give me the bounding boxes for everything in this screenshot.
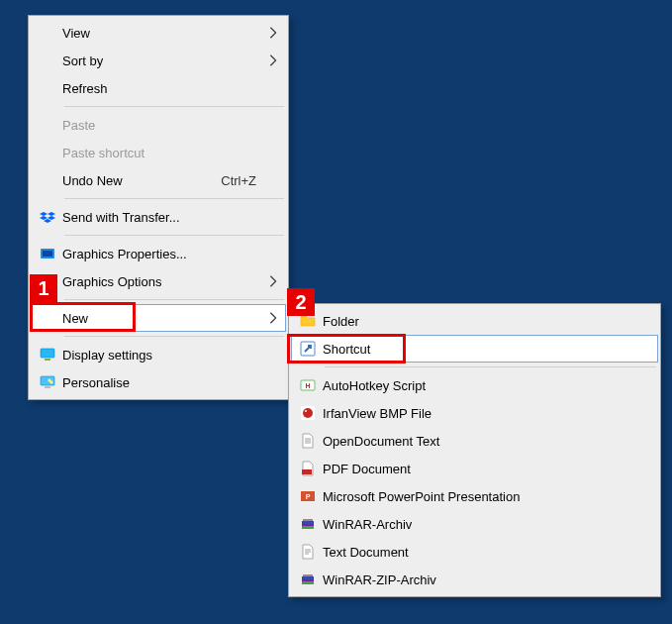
menu-label: Personalise	[58, 375, 266, 390]
menu-accelerator: Ctrl+Z	[211, 173, 266, 188]
submenu-item-winrar-zip[interactable]: WinRAR-ZIP-Archiv	[291, 566, 658, 593]
svg-text:P: P	[306, 493, 311, 500]
submenu-item-winrar-archiv[interactable]: WinRAR-Archiv	[291, 510, 658, 538]
menu-label: Graphics Properties...	[58, 247, 266, 261]
menu-label: Microsoft PowerPoint Presentation	[319, 489, 652, 504]
svg-rect-23	[302, 581, 314, 584]
menu-label: Refresh	[58, 81, 266, 96]
svg-rect-3	[45, 359, 50, 361]
menu-label: New	[58, 311, 266, 326]
menu-item-graphics-properties[interactable]: Graphics Properties...	[31, 240, 286, 267]
svg-point-11	[305, 410, 307, 412]
svg-rect-1	[43, 251, 52, 257]
menu-separator	[64, 235, 284, 236]
svg-rect-18	[302, 526, 314, 529]
svg-rect-24	[303, 574, 313, 576]
intel-graphics-icon	[37, 246, 58, 261]
dropbox-icon	[37, 209, 58, 225]
display-settings-icon	[37, 347, 58, 363]
submenu-arrow-icon	[266, 310, 280, 326]
annotation-number: 1	[38, 277, 48, 300]
menu-label: Undo New	[58, 173, 211, 188]
menu-label: Send with Transfer...	[58, 210, 266, 225]
menu-item-refresh[interactable]: Refresh	[31, 74, 286, 102]
submenu-item-opendocument-text[interactable]: OpenDocument Text	[291, 427, 658, 455]
annotation-number: 2	[295, 291, 306, 314]
irfanview-icon	[297, 405, 319, 421]
new-submenu: Folder Shortcut H AutoHotkey Script	[288, 303, 661, 597]
menu-item-paste: Paste	[31, 111, 286, 139]
svg-rect-12	[302, 469, 312, 474]
svg-point-10	[303, 408, 313, 418]
submenu-item-powerpoint[interactable]: P Microsoft PowerPoint Presentation	[291, 482, 658, 510]
svg-text:H: H	[305, 382, 310, 389]
annotation-marker-1: 1	[30, 274, 57, 302]
submenu-item-pdf[interactable]: PDF Document	[291, 455, 658, 482]
menu-separator	[64, 299, 284, 300]
text-document-icon	[297, 544, 319, 560]
document-icon	[297, 433, 319, 449]
menu-label: AutoHotkey Script	[319, 378, 652, 393]
menu-label: Graphics Options	[58, 274, 266, 289]
menu-separator	[325, 366, 656, 367]
svg-rect-19	[303, 519, 313, 521]
personalise-icon	[37, 374, 58, 390]
shortcut-icon	[297, 341, 319, 357]
submenu-arrow-icon	[266, 52, 280, 68]
menu-item-send-with-transfer[interactable]: Send with Transfer...	[31, 203, 286, 231]
autohotkey-icon: H	[297, 377, 319, 393]
svg-rect-5	[45, 386, 50, 388]
menu-label: Paste	[58, 118, 266, 133]
submenu-arrow-icon	[266, 25, 280, 41]
winrar-icon	[297, 516, 319, 532]
svg-rect-22	[302, 579, 314, 581]
pdf-icon	[297, 461, 319, 476]
menu-item-undo-new[interactable]: Undo New Ctrl+Z	[31, 166, 286, 194]
menu-label: IrfanView BMP File	[319, 406, 652, 421]
submenu-item-text-document[interactable]: Text Document	[291, 538, 658, 566]
menu-item-display-settings[interactable]: Display settings	[31, 341, 286, 368]
menu-label: Paste shortcut	[58, 146, 266, 160]
menu-item-sort-by[interactable]: Sort by	[31, 47, 286, 74]
submenu-item-autohotkey[interactable]: H AutoHotkey Script	[291, 371, 658, 399]
svg-rect-16	[302, 521, 314, 524]
menu-separator	[64, 336, 284, 337]
submenu-item-irfanview-bmp[interactable]: IrfanView BMP File	[291, 399, 658, 427]
svg-rect-4	[41, 376, 54, 385]
desktop-context-menu: View Sort by Refresh Paste Paste shortcu…	[28, 15, 289, 400]
menu-item-new[interactable]: New	[31, 304, 286, 332]
submenu-arrow-icon	[266, 273, 280, 289]
menu-label: WinRAR-ZIP-Archiv	[319, 572, 652, 587]
submenu-item-shortcut[interactable]: Shortcut	[291, 335, 658, 363]
menu-separator	[64, 198, 284, 199]
menu-separator	[64, 106, 284, 107]
powerpoint-icon: P	[297, 488, 319, 504]
menu-label: PDF Document	[319, 462, 652, 476]
menu-label: Sort by	[58, 53, 266, 68]
svg-rect-17	[302, 524, 314, 526]
svg-rect-2	[41, 349, 54, 358]
svg-rect-21	[302, 576, 314, 579]
menu-label: Folder	[319, 314, 652, 329]
annotation-marker-2: 2	[287, 288, 315, 316]
menu-item-paste-shortcut: Paste shortcut	[31, 139, 286, 166]
menu-label: Text Document	[319, 545, 652, 560]
menu-label: View	[58, 26, 266, 41]
menu-label: Shortcut	[319, 342, 652, 357]
menu-label: Display settings	[58, 348, 266, 363]
submenu-item-folder[interactable]: Folder	[291, 307, 658, 335]
menu-item-view[interactable]: View	[31, 19, 286, 47]
menu-item-graphics-options[interactable]: Graphics Options	[31, 267, 286, 295]
menu-label: WinRAR-Archiv	[319, 517, 652, 532]
winrar-zip-icon	[297, 572, 319, 587]
menu-label: OpenDocument Text	[319, 434, 652, 449]
menu-item-personalise[interactable]: Personalise	[31, 368, 286, 396]
